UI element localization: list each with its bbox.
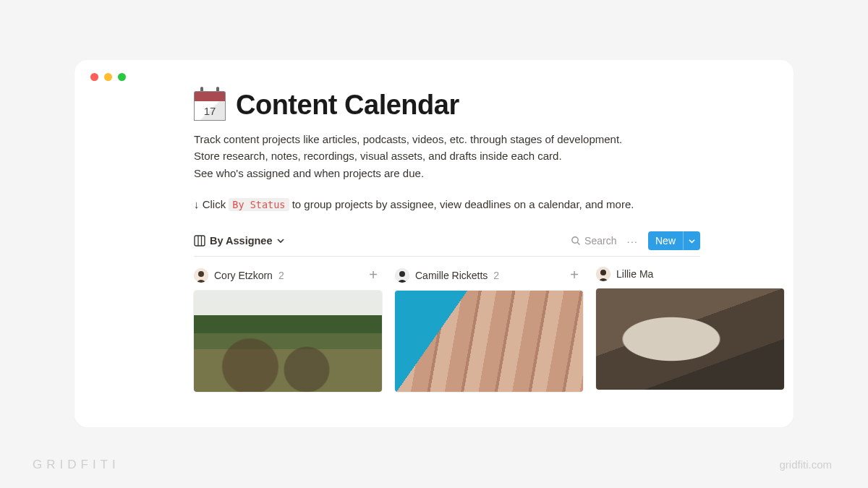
view-label: By Assignee [210, 235, 273, 247]
description-line: Track content projects like articles, po… [194, 131, 642, 147]
window-controls [90, 73, 126, 81]
chevron-down-icon [689, 238, 695, 244]
svg-rect-0 [195, 236, 205, 246]
maximize-window-button[interactable] [118, 73, 126, 81]
card-count: 2 [278, 270, 284, 281]
database-actions: Search ··· New [571, 231, 700, 250]
board-column: Camille Ricketts 2 + [395, 267, 583, 392]
card-cover-image[interactable] [395, 291, 583, 392]
calendar-icon[interactable]: 17 [194, 89, 226, 121]
new-button[interactable]: New [648, 231, 700, 250]
svg-point-10 [600, 270, 606, 275]
card-cover-image[interactable] [194, 291, 382, 392]
title-row: 17 Content Calendar [194, 89, 744, 121]
add-card-button[interactable]: + [570, 267, 579, 283]
hint-prefix: ↓ Click [194, 198, 229, 210]
add-card-button[interactable]: + [369, 267, 378, 283]
search-button[interactable]: Search [571, 235, 616, 247]
svg-point-6 [198, 271, 204, 277]
hint-suffix: to group projects by assignee, view dead… [289, 198, 634, 210]
card-count: 2 [493, 270, 499, 281]
brand-watermark: GRIDFITI [33, 458, 120, 472]
svg-point-8 [399, 271, 405, 277]
avatar [194, 268, 208, 283]
board-column: Lillie Ma [596, 267, 784, 392]
database-header: By Assignee Search ··· New [194, 231, 700, 257]
new-button-label: New [648, 235, 683, 247]
svg-point-3 [572, 237, 578, 243]
card-cover-image[interactable] [596, 288, 784, 390]
more-options-button[interactable]: ··· [624, 235, 641, 247]
assignee-name[interactable]: Lillie Ma [616, 268, 653, 280]
minimize-window-button[interactable] [104, 73, 112, 81]
board-icon [194, 235, 205, 247]
page-title[interactable]: Content Calendar [236, 90, 459, 121]
page-content: 17 Content Calendar Track content projec… [194, 89, 744, 392]
assignee-name[interactable]: Cory Etzkorn [214, 270, 273, 281]
column-header: Cory Etzkorn 2 + [194, 267, 382, 283]
new-button-dropdown[interactable] [683, 231, 700, 250]
code-chip: By Status [229, 198, 289, 211]
description-line: See who's assigned and when projects are… [194, 165, 642, 181]
svg-line-4 [577, 242, 579, 244]
search-label: Search [584, 235, 616, 247]
assignee-name[interactable]: Camille Ricketts [415, 270, 488, 281]
chevron-down-icon [277, 237, 284, 244]
board-column: Cory Etzkorn 2 + [194, 267, 382, 392]
hint-text[interactable]: ↓ Click By Status to group projects by a… [194, 196, 642, 213]
close-window-button[interactable] [90, 73, 98, 81]
app-window: 17 Content Calendar Track content projec… [75, 60, 793, 427]
avatar [395, 268, 409, 283]
description-line: Store research, notes, recordings, visua… [194, 147, 642, 164]
brand-url: gridfiti.com [779, 458, 832, 471]
board-columns: Cory Etzkorn 2 + Camille Ricketts 2 [194, 267, 793, 392]
column-header: Camille Ricketts 2 + [395, 267, 583, 283]
page-description[interactable]: Track content projects like articles, po… [194, 131, 642, 181]
column-header: Lillie Ma [596, 267, 784, 281]
view-switcher[interactable]: By Assignee [194, 235, 284, 247]
search-icon [571, 236, 581, 246]
avatar [596, 267, 610, 281]
